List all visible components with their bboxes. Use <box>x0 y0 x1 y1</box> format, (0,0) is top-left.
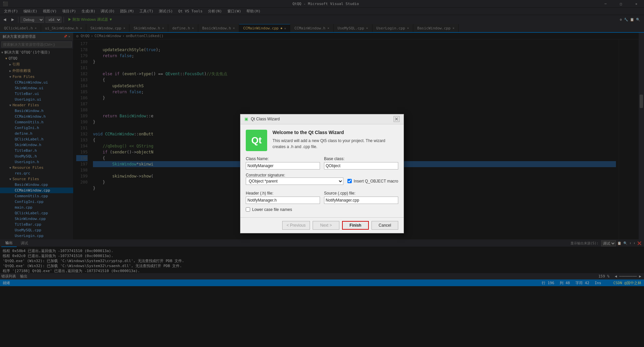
dialog-title-left: ▣ Qt Class Wizard <box>244 117 280 121</box>
dialog-overlay: ▣ Qt Class Wizard ✕ Qt Welcome to the Qt… <box>0 0 644 347</box>
header-file-input[interactable] <box>246 197 320 204</box>
dialog-body: Qt Welcome to the Qt Class Wizard This w… <box>240 124 404 217</box>
form-spacer <box>246 188 398 191</box>
base-class-input[interactable] <box>324 162 398 169</box>
dialog-title-bar: ▣ Qt Class Wizard ✕ <box>240 114 404 124</box>
dialog-footer: < Previous Next > Finish Cancel <box>240 217 404 233</box>
next-button[interactable]: Next > <box>313 221 339 230</box>
form-select-row: QObject *parent Insert Q_OBJECT macro <box>246 178 398 185</box>
previous-button[interactable]: < Previous <box>282 221 310 230</box>
constructor-sig-select[interactable]: QObject *parent <box>246 178 343 185</box>
constructor-sig-label: Constructor signature: <box>246 173 285 178</box>
dialog-header-section: Qt Welcome to the Qt Class Wizard This w… <box>246 130 398 151</box>
dialog-intro: Welcome to the Qt Class Wizard This wiza… <box>273 130 398 151</box>
dialog-heading: Welcome to the Qt Class Wizard <box>273 130 398 135</box>
base-class-label: Base class: <box>324 156 398 161</box>
qt-logo-text: Qt <box>251 135 261 146</box>
form-row-files: Header (.h) file: Source (.cpp) file: <box>246 191 398 204</box>
dialog-title-text: Qt Class Wizard <box>251 117 280 121</box>
form-row-constructor: Constructor signature: QObject *parent I… <box>246 173 398 185</box>
finish-button[interactable]: Finish <box>342 221 369 230</box>
cancel-button[interactable]: Cancel <box>371 221 398 230</box>
form-group-source-file: Source (.cpp) file: <box>324 191 398 204</box>
lowercase-checkbox[interactable] <box>246 207 250 212</box>
class-name-label: Class Name: <box>246 156 320 161</box>
insert-macro-label[interactable]: Insert Q_OBJECT macro <box>347 179 398 184</box>
source-file-input[interactable] <box>324 197 398 204</box>
form-group-base-class: Base class: <box>324 156 398 169</box>
insert-macro-checkbox[interactable] <box>347 179 352 183</box>
source-file-label: Source (.cpp) file: <box>324 191 398 196</box>
lowercase-label[interactable]: Lower case file names <box>246 207 398 212</box>
dialog-description: This wizard will add a new Qt5 class to … <box>273 138 398 150</box>
class-name-input[interactable] <box>246 162 320 169</box>
form-group-class-name: Class Name: <box>246 156 320 169</box>
dialog-close-button[interactable]: ✕ <box>394 116 400 122</box>
dialog-title-icon: ▣ <box>244 117 248 121</box>
form-group-header-file: Header (.h) file: <box>246 191 320 204</box>
form-row-class: Class Name: Base class: <box>246 156 398 169</box>
header-file-label: Header (.h) file: <box>246 191 320 196</box>
qt-class-wizard-dialog: ▣ Qt Class Wizard ✕ Qt Welcome to the Qt… <box>240 114 404 233</box>
form-row-lowercase: Lower case file names <box>246 207 398 212</box>
qt-logo: Qt <box>246 130 267 151</box>
